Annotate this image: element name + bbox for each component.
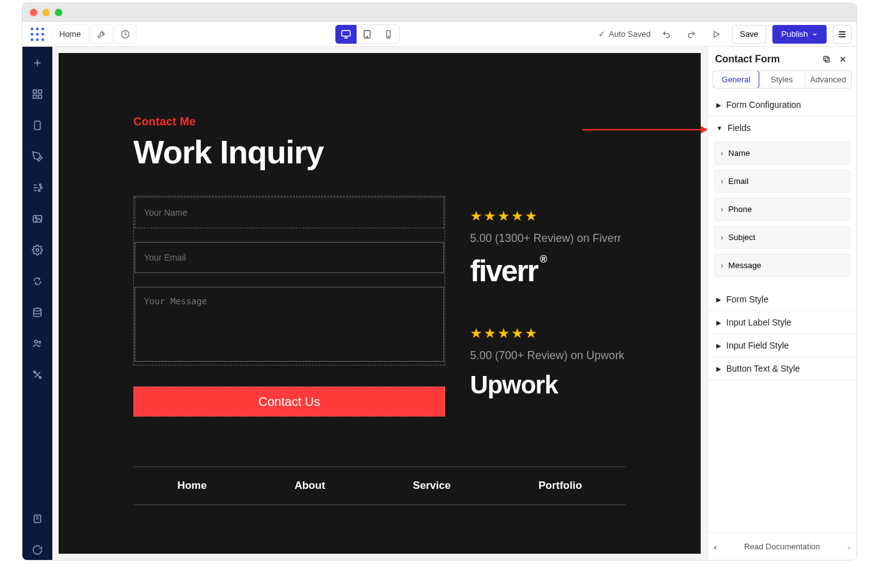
acc-label: Fields xyxy=(728,123,751,133)
left-sidebar xyxy=(22,47,52,560)
footer-prev-icon[interactable]: ‹ xyxy=(714,542,716,551)
footer-nav-home[interactable]: Home xyxy=(177,480,206,492)
window-maximize-icon[interactable] xyxy=(55,9,62,16)
editor-canvas-viewport[interactable]: Contact Me Work Inquiry Contact Us ★★★ xyxy=(52,47,707,560)
svg-rect-32 xyxy=(34,515,41,523)
svg-point-2 xyxy=(41,27,44,30)
triangle-right-icon: ▶ xyxy=(716,102,721,108)
submit-button[interactable]: Contact Us xyxy=(133,387,445,417)
viewport-desktop-icon[interactable] xyxy=(335,25,357,44)
dynamic-content-icon[interactable] xyxy=(27,271,47,291)
svg-point-29 xyxy=(39,341,41,343)
message-field[interactable] xyxy=(135,287,444,362)
viewport-mobile-icon[interactable] xyxy=(378,25,399,44)
triangle-right-icon: ▶ xyxy=(716,365,721,372)
acc-label: Form Style xyxy=(726,294,769,304)
redo-icon[interactable] xyxy=(682,25,701,44)
stars-icon: ★★★★★ xyxy=(470,208,626,224)
field-item-phone[interactable]: ›Phone xyxy=(714,198,850,221)
svg-point-0 xyxy=(31,27,33,30)
preview-play-icon[interactable] xyxy=(707,25,726,44)
tab-advanced[interactable]: Advanced xyxy=(805,71,851,88)
home-breadcrumb[interactable]: Home xyxy=(51,24,89,44)
footer-nav-service[interactable]: Service xyxy=(413,480,451,492)
page-canvas: Contact Me Work Inquiry Contact Us ★★★ xyxy=(59,53,701,554)
image-gallery-icon[interactable] xyxy=(27,209,47,229)
footer-nav-about[interactable]: About xyxy=(294,480,325,492)
docs-book-icon[interactable] xyxy=(27,509,47,529)
publish-button[interactable]: Publish xyxy=(772,25,827,44)
tools-crossed-icon[interactable] xyxy=(27,365,47,385)
settings-wrench-icon[interactable] xyxy=(90,24,113,44)
app-logo-icon[interactable] xyxy=(27,24,47,44)
page-icon[interactable] xyxy=(27,115,47,135)
footer-nav: Home About Service Portfolio xyxy=(133,466,626,505)
settings-gear-icon[interactable] xyxy=(27,240,47,260)
window-close-icon[interactable] xyxy=(30,9,37,16)
svg-rect-17 xyxy=(39,90,42,93)
window-minimize-icon[interactable] xyxy=(42,9,50,16)
fiverr-review-text: 5.00 (1300+ Review) on Fiverr xyxy=(470,232,626,245)
accordion-form-configuration[interactable]: ▶Form Configuration xyxy=(708,94,857,117)
inspector-panel: Contact Form General Styles Advanced ▶Fo… xyxy=(707,47,857,560)
acc-label: Input Label Style xyxy=(726,317,791,327)
field-item-name[interactable]: ›Name xyxy=(714,142,850,165)
add-icon[interactable] xyxy=(27,53,47,73)
svg-rect-20 xyxy=(35,121,41,130)
field-item-message[interactable]: ›Message xyxy=(714,254,850,277)
save-button[interactable]: Save xyxy=(732,25,767,44)
accordion-input-field-style[interactable]: ▶Input Field Style xyxy=(708,334,857,357)
field-item-subject[interactable]: ›Subject xyxy=(714,226,850,249)
field-item-email[interactable]: ›Email xyxy=(714,170,850,193)
publish-label: Publish xyxy=(781,29,808,39)
name-field[interactable] xyxy=(135,197,444,228)
refresh-sync-icon[interactable] xyxy=(27,540,47,560)
triangle-right-icon: ▶ xyxy=(716,342,721,349)
accordion-input-label-style[interactable]: ▶Input Label Style xyxy=(708,311,857,334)
inspector-footer: ‹ Read Documentation › xyxy=(708,533,857,560)
autosaved-indicator: Auto Saved xyxy=(598,29,651,39)
svg-point-1 xyxy=(36,27,38,30)
email-field[interactable] xyxy=(135,242,444,273)
review-block-fiverr: ★★★★★ 5.00 (1300+ Review) on Fiverr five… xyxy=(470,208,626,288)
contact-form-widget[interactable] xyxy=(133,196,445,365)
fiverr-logo: fiverr® xyxy=(470,254,626,288)
tab-styles[interactable]: Styles xyxy=(759,71,805,88)
users-group-icon[interactable] xyxy=(27,334,47,354)
read-documentation-link[interactable]: Read Documentation xyxy=(744,542,820,551)
tab-general[interactable]: General xyxy=(713,70,759,89)
viewport-tablet-icon[interactable] xyxy=(357,25,378,44)
svg-point-3 xyxy=(31,32,33,35)
dashboard-grid-icon[interactable] xyxy=(27,84,47,104)
fiverr-wordmark: fiverr xyxy=(470,254,537,288)
svg-point-26 xyxy=(36,249,39,252)
footer-nav-portfolio[interactable]: Portfolio xyxy=(539,480,582,492)
hamburger-menu-icon[interactable] xyxy=(833,25,852,44)
fields-list: ›Name ›Email ›Phone ›Subject ›Message xyxy=(708,139,857,288)
layers-tree-icon[interactable] xyxy=(27,178,47,198)
window-titlebar xyxy=(22,3,857,22)
acc-label: Form Configuration xyxy=(726,100,801,110)
footer-next-icon[interactable]: › xyxy=(848,542,850,551)
upwork-review-text: 5.00 (700+ Review) on Upwork xyxy=(470,349,626,362)
acc-label: Button Text & Style xyxy=(726,364,800,374)
upwork-logo: Upwork xyxy=(470,371,626,399)
field-label: Subject xyxy=(728,233,755,242)
svg-rect-10 xyxy=(342,31,350,36)
top-toolbar: Home Auto Saved xyxy=(22,22,857,47)
accordion-button-text-style[interactable]: ▶Button Text & Style xyxy=(708,357,857,380)
svg-point-9 xyxy=(122,31,129,38)
undo-icon[interactable] xyxy=(657,25,676,44)
history-clock-icon[interactable] xyxy=(114,24,137,44)
database-icon[interactable] xyxy=(27,302,47,322)
design-pen-icon[interactable] xyxy=(27,147,47,166)
svg-marker-15 xyxy=(714,31,719,37)
svg-point-23 xyxy=(39,190,41,191)
chevron-right-icon: › xyxy=(721,176,723,186)
accordion-fields[interactable]: ▼Fields xyxy=(708,117,857,139)
accordion-form-style[interactable]: ▶Form Style xyxy=(708,288,857,311)
chevron-right-icon: › xyxy=(721,261,723,270)
panel-copy-icon[interactable] xyxy=(820,53,833,65)
svg-point-4 xyxy=(36,32,38,35)
panel-close-icon[interactable] xyxy=(837,53,849,65)
